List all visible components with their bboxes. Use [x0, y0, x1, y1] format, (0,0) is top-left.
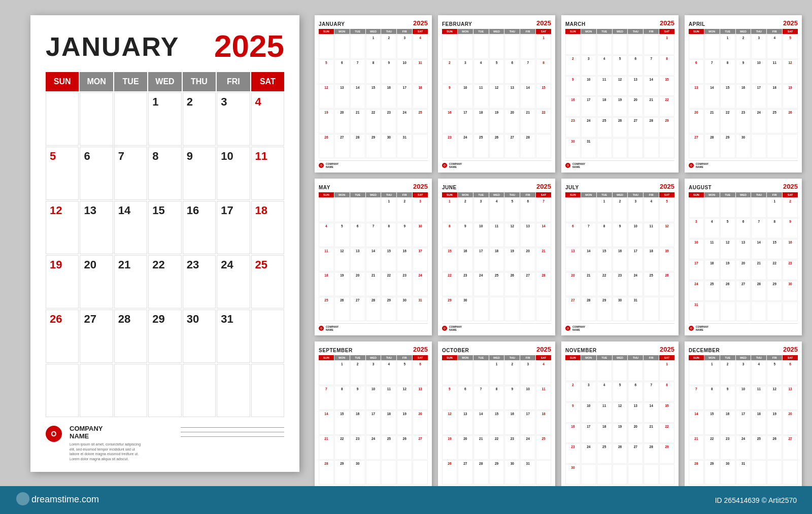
small-company-name: COMPANYNAME [449, 325, 462, 331]
small-day-cell: 22 [536, 109, 551, 133]
small-day-cell: 26 [767, 435, 782, 460]
small-day-cell: 24 [751, 109, 766, 133]
small-day-hdr: SUN [442, 355, 457, 360]
main-day-cell: 30 [183, 310, 216, 363]
small-day-hdr: FRI [644, 29, 659, 34]
small-day-cell [473, 35, 489, 59]
main-day-cell: 28 [114, 310, 147, 363]
small-day-cell: 9 [565, 402, 581, 423]
small-day-cell: 20 [350, 272, 365, 296]
small-day-cell [536, 134, 551, 158]
small-cal-header: DECEMBER2025 [689, 346, 798, 353]
small-day-cell: 7 [704, 59, 720, 84]
small-day-cell: 29 [720, 134, 735, 158]
small-day-cell: 29 [704, 460, 720, 485]
small-day-hdr: FRI [397, 355, 412, 360]
small-cal-footer: O COMPANYNAME [565, 323, 674, 331]
small-day-hdr: SUN [565, 192, 581, 197]
small-day-cell: 21 [536, 248, 551, 272]
small-day-cell: 3 [413, 198, 428, 222]
small-day-hdr: SUN [319, 355, 334, 360]
small-day-cell [720, 198, 735, 218]
small-day-cell [767, 301, 782, 322]
small-day-cell: 22 [381, 272, 396, 296]
main-day-cell: 3 [217, 92, 250, 146]
small-day-hdr: MON [704, 29, 720, 34]
small-day-cell: 23 [350, 435, 365, 460]
small-days-header: SUNMONTUEWEDTHUFRISAT [442, 29, 551, 34]
small-day-cell: 8 [442, 223, 457, 247]
small-day-cell: 11 [597, 76, 612, 96]
dreamstime-logo: dreamstime.com [15, 491, 117, 509]
main-day-cell: 21 [114, 255, 147, 309]
small-day-cell: 22 [366, 109, 381, 133]
main-days-header: SUN MON TUE WED THU FRI SAT [46, 72, 284, 91]
small-day-cell: 31 [628, 297, 643, 321]
dreamstime-id: ID 265414639 © Artit2570 [715, 496, 797, 504]
small-day-cell: 30 [565, 464, 581, 485]
small-day-cell [597, 138, 612, 158]
main-day-cell: 9 [183, 147, 216, 200]
small-day-cell: 25 [319, 297, 334, 321]
small-day-cell: 6 [565, 223, 581, 247]
small-day-cell: 6 [628, 55, 643, 76]
small-day-cell: 8 [536, 59, 551, 84]
small-day-cell: 30 [736, 134, 751, 158]
small-days-header: SUNMONTUEWEDTHUFRISAT [319, 192, 428, 197]
small-day-cell [581, 35, 596, 55]
small-day-cell [489, 35, 504, 59]
small-day-cell: 22 [659, 423, 674, 443]
small-day-hdr: FRI [397, 192, 412, 197]
small-day-cell [473, 297, 489, 321]
small-cal-year: 2025 [783, 19, 798, 27]
small-day-hdr: WED [489, 355, 504, 360]
small-day-cell: 30 [381, 134, 396, 158]
small-day-hdr: WED [736, 192, 751, 197]
small-day-cell: 17 [628, 248, 643, 272]
small-day-cell [581, 464, 596, 485]
small-day-cell: 1 [442, 198, 457, 222]
small-day-cell: 25 [536, 435, 551, 460]
small-company-name: COMPANYNAME [572, 325, 585, 331]
small-day-cell: 20 [520, 248, 535, 272]
main-calendar-grid: 1234567891011121314151617181920212223242… [46, 92, 284, 417]
small-cal-year: 2025 [536, 346, 551, 353]
small-cal-year: 2025 [413, 183, 428, 190]
small-day-cell: 14 [319, 410, 334, 435]
small-cal-year: 2025 [783, 183, 798, 190]
small-day-cell: 17 [736, 410, 751, 435]
small-day-cell: 27 [458, 460, 473, 485]
main-day-cell [114, 364, 147, 417]
small-calendar-december: DECEMBER2025SUNMONTUEWEDTHUFRISAT1234567… [685, 341, 802, 499]
small-day-cell [413, 460, 428, 485]
small-day-cell: 26 [613, 443, 628, 464]
small-day-cell: 1 [381, 198, 396, 222]
small-day-cell: 14 [751, 239, 766, 259]
small-day-hdr: FRI [644, 355, 659, 360]
small-day-cell: 24 [473, 272, 489, 296]
small-day-cell: 4 [644, 198, 659, 222]
small-day-hdr: SUN [442, 29, 457, 34]
small-cal-grid: 1234567891011121314151617181920212223242… [319, 35, 428, 158]
small-day-cell: 29 [381, 297, 396, 321]
small-day-cell: 26 [442, 460, 457, 485]
small-day-cell [704, 35, 720, 59]
small-day-cell: 1 [366, 35, 381, 59]
small-day-cell: 20 [689, 109, 704, 133]
main-day-cell: 2 [183, 92, 216, 146]
small-cal-header: JULY2025 [565, 183, 674, 190]
small-day-cell: 3 [689, 218, 704, 238]
small-day-hdr: TUE [720, 29, 735, 34]
footer-line-2 [181, 432, 284, 432]
main-day-cell: 19 [46, 255, 79, 309]
small-day-cell: 26 [659, 272, 674, 296]
main-day-cell [46, 92, 79, 146]
small-cal-month: JANUARY [319, 21, 345, 27]
small-day-cell: 21 [520, 109, 535, 133]
small-day-cell: 28 [473, 460, 489, 485]
small-day-hdr: WED [366, 355, 381, 360]
small-day-hdr: WED [736, 29, 751, 34]
small-day-cell: 6 [413, 361, 428, 385]
small-calendar-july: JULY2025SUNMONTUEWEDTHUFRISAT12345678910… [561, 179, 679, 336]
small-day-cell: 10 [520, 386, 535, 410]
